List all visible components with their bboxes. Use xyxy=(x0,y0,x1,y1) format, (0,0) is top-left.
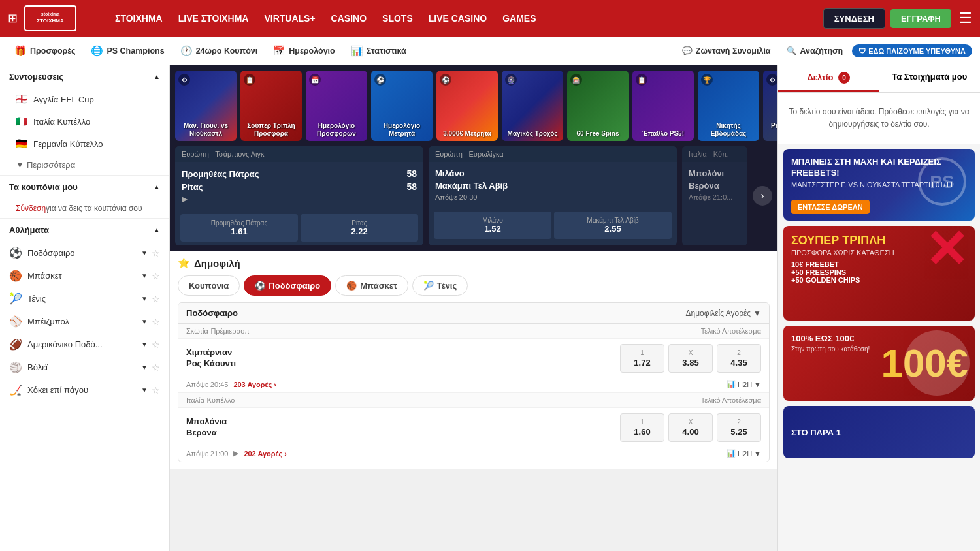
betslip-tab-active[interactable]: Δελτίο 0 xyxy=(778,65,879,92)
tab-couponia[interactable]: Κουπόνια xyxy=(178,276,240,296)
promo-card-prag[interactable]: ⚙ Pragmatic Buy Bonus xyxy=(763,71,777,141)
banner-100-bonus[interactable]: 100€ 100% ΕΩΣ 100€ Στην πρώτη σου κατάθε… xyxy=(783,326,975,401)
tab-basketball[interactable]: 🏀 Μπάσκετ xyxy=(335,276,408,296)
banner-para1[interactable]: ΣΤΟ ΠΑΡΑ 1 xyxy=(783,406,975,458)
promo-card-imer[interactable]: ⚽ Ημερολόγιο Μετρητά xyxy=(371,71,433,141)
promo-card-tripl[interactable]: 📋 Σούπερ Τριπλή Προσφορά xyxy=(240,71,302,141)
logo[interactable]: stoixima ΣΤΟΙΧΗΜΑ xyxy=(24,5,76,31)
banner-super-tripla[interactable]: ✕ ΣΟΥΠΕΡ ΤΡΙΠΛΗ ΠΡΟΣΦΟΡΑ ΧΩΡΙΣ ΚΑΤΑΘΕΣΗ … xyxy=(783,226,975,321)
stream-icon-0: ▶ xyxy=(182,195,417,204)
match-team1-0: Προμηθέας Πάτρας xyxy=(182,169,259,179)
popular-markets-btn[interactable]: Δημοφιλείς Αγορές ▼ xyxy=(685,309,761,318)
sec-offers[interactable]: 🎁 Προσφορές xyxy=(8,37,82,65)
sidebar-sport-volleyball[interactable]: 🏐 Βόλεϊ ▼ ☆ xyxy=(0,356,169,379)
odds-btn-2-0[interactable]: 2 4.35 xyxy=(717,344,761,373)
sidebar-sport-baseball[interactable]: ⚾ Μπέιζμπολ ▼ ☆ xyxy=(0,310,169,333)
flag-england-icon: 🏴󠁧󠁢󠁥󠁮󠁧󠁿 xyxy=(16,93,28,105)
promo-card-free[interactable]: 🎰 60 Free Spins xyxy=(567,71,629,141)
team1-label-0: Χιμπέρνιαν xyxy=(186,347,615,357)
odds-btn-1-1[interactable]: 1 1.60 xyxy=(620,413,664,442)
register-button[interactable]: ΕΓΓΡΑΦΗ xyxy=(890,9,951,28)
match-btn-odds2-1: 2.55 xyxy=(604,224,621,234)
odds-btn-x-1[interactable]: X 4.00 xyxy=(668,413,713,442)
promo-card-ps2[interactable]: 📋 Έπαθλο PS5! xyxy=(632,71,694,141)
star-am-football-icon[interactable]: ☆ xyxy=(152,339,160,350)
star-basketball-icon[interactable]: ☆ xyxy=(152,271,160,281)
sports-header[interactable]: Αθλήματα ▲ xyxy=(0,219,169,242)
basketball-icon: 🏀 xyxy=(9,270,22,282)
match-next-arrow[interactable]: › xyxy=(753,186,772,206)
match-btn-team1-0[interactable]: Προμηθέας Πάτρας 1.61 xyxy=(180,214,298,242)
nav-games[interactable]: GAMES xyxy=(502,13,536,24)
sidebar-item-germany-cup[interactable]: 🇩🇪 Γερμανία Κύπελλο xyxy=(0,133,169,155)
promo-card-3000[interactable]: ⚽ 3.000€ Μετρητά xyxy=(436,71,498,141)
star-volleyball-icon[interactable]: ☆ xyxy=(152,362,160,373)
nav-casino[interactable]: CASINO xyxy=(331,13,367,24)
star-hockey-icon[interactable]: ☆ xyxy=(152,385,160,396)
chevron-up-icon: ▲ xyxy=(154,73,160,80)
match-body-2: Μπολόνι Βερόνα Απόψε 21:0... xyxy=(682,162,747,208)
tab-football[interactable]: ⚽ Ποδόσφαιρο xyxy=(244,276,331,296)
sidebar-sport-football[interactable]: ⚽ Ποδόσφαιρο ▼ ☆ xyxy=(0,242,169,264)
login-button[interactable]: ΣΥΝΔΕΣΗ xyxy=(823,8,885,29)
nav-links: ΣΤΟΙΧΗΜΑ LIVE ΣΤΟΙΧΗΜΑ VIRTUALS+ CASINO … xyxy=(115,13,808,24)
coupons-login-link[interactable]: Σύνδεση xyxy=(16,204,46,213)
globe-icon: 🌐 xyxy=(91,45,103,57)
tab-tennis[interactable]: 🎾 Τένις xyxy=(412,276,468,296)
nav-live-stoixima[interactable]: LIVE ΣΤΟΙΧΗΜΑ xyxy=(178,13,249,24)
banner-tripla-item-0: 10€ FREEBET xyxy=(791,260,894,268)
sec-statistics[interactable]: 📊 Στατιστικά xyxy=(344,37,413,65)
sidebar-item-italy-cup[interactable]: 🇮🇹 Ιταλία Κυπέλλο xyxy=(0,110,169,133)
sidebar-item-efl[interactable]: 🏴󠁧󠁢󠁥󠁮󠁧󠁿 Αγγλία EFL Cup xyxy=(0,88,169,110)
nav-slots[interactable]: SLOTS xyxy=(382,13,413,24)
sidebar-sport-tennis[interactable]: 🎾 Τένις ▼ ☆ xyxy=(0,287,169,310)
match-btn-team2-1[interactable]: Μακάμπι Τελ Αβίβ 2.55 xyxy=(554,212,672,239)
nav-stoixima[interactable]: ΣΤΟΙΧΗΜΑ xyxy=(115,13,163,24)
odds-btn-1-0[interactable]: 1 1.72 xyxy=(620,344,664,373)
star-football-icon[interactable]: ☆ xyxy=(152,248,160,259)
sidebar-sport-basketball[interactable]: 🏀 Μπάσκετ ▼ ☆ xyxy=(0,264,169,287)
betslip-tab-my-bets[interactable]: Τα Στοιχήματά μου xyxy=(879,65,981,92)
sidebar-more-shortcuts[interactable]: ▼ Περισσότερα xyxy=(0,155,169,175)
nav-virtuals[interactable]: VIRTUALS+ xyxy=(264,13,315,24)
popular-tabs: Κουπόνια ⚽ Ποδόσφαιρο 🏀 Μπάσκετ 🎾 Τένις xyxy=(178,276,770,296)
grid-icon[interactable]: ⊞ xyxy=(8,11,18,25)
match-score2-0: 58 xyxy=(406,181,417,192)
h2h-btn-1[interactable]: 📊 H2H ▼ xyxy=(727,449,761,458)
sec-ps-champions[interactable]: 🌐 PS Champions xyxy=(84,37,171,65)
match-time-label-1: Απόψε 21:00 xyxy=(186,450,228,458)
promo-card-ps[interactable]: ⚙ Μαν. Γιουν. vs Νιούκαστλ xyxy=(175,71,237,141)
live-chat[interactable]: 💬 Ζωντανή Συνομιλία xyxy=(676,46,777,55)
top-navigation: ⊞ stoixima ΣΤΟΙΧΗΜΑ ΣΤΟΙΧΗΜΑ LIVE ΣΤΟΙΧΗ… xyxy=(0,0,980,37)
responsible-gaming-badge[interactable]: 🛡 ΕΔΩ ΠΑΙΖΟΥΜΕ ΥΠΕΥΘΥΝΑ xyxy=(852,44,972,57)
match-btn-label2-0: Ρίτας xyxy=(351,219,367,227)
chevron-down-football-icon: ▼ xyxy=(141,249,148,257)
match-btn-team1-1[interactable]: Μιλάνο 1.52 xyxy=(434,212,551,239)
star-tennis-icon[interactable]: ☆ xyxy=(152,294,160,304)
sec-24h-coupon[interactable]: 🕐 24ωρο Κουπόνι xyxy=(174,37,265,65)
sidebar-sport-american-football[interactable]: 🏈 Αμερικάνικο Ποδό... ▼ ☆ xyxy=(0,333,169,356)
banner-ps-cta[interactable]: ΕΝΤΑΣΣΕ ΔΩΡΕΑΝ xyxy=(791,200,870,214)
odds-btn-x-0[interactable]: X 3.85 xyxy=(668,344,713,373)
match-btn-team2-0[interactable]: Ρίτας 2.22 xyxy=(301,214,418,242)
promo-label-3000: 3.000€ Μετρητά xyxy=(436,130,498,138)
sec-calendar[interactable]: 📅 Ημερολόγιο xyxy=(267,37,341,65)
promo-card-offer[interactable]: 📅 Ημερολόγιο Προσφορών xyxy=(306,71,367,141)
more-bets-1[interactable]: 202 Αγορές › xyxy=(244,450,287,458)
promo-card-nik[interactable]: 🏆 Νικητής Εβδομάδας xyxy=(698,71,759,141)
h2h-btn-0[interactable]: 📊 H2H ▼ xyxy=(727,380,761,388)
more-bets-0[interactable]: 203 Αγορές › xyxy=(233,381,276,388)
promo-card-magic[interactable]: 🎡 Μαγικός Τροχός xyxy=(502,71,563,141)
sports-label: Αθλήματα xyxy=(9,225,49,235)
nav-live-casino[interactable]: LIVE CASINO xyxy=(429,13,487,24)
search-nav[interactable]: 🔍 Αναζήτηση xyxy=(780,46,850,55)
sport-table-header: Ποδόσφαιρο Δημοφιλείς Αγορές ▼ xyxy=(178,303,769,324)
odds-btn-2-1[interactable]: 2 5.25 xyxy=(717,413,761,442)
banner-ps-champions[interactable]: ΜΠΑΙΝΕΙΣ ΣΤΗ ΜΑΧΗ ΚΑΙ ΚΕΡΔΙΖΕΙΣ FREEBETS… xyxy=(783,149,975,221)
sidebar-sport-hockey[interactable]: 🏒 Χόκει επί πάγου ▼ ☆ xyxy=(0,379,169,401)
hamburger-icon[interactable]: ☰ xyxy=(959,10,972,27)
star-baseball-icon[interactable]: ☆ xyxy=(152,317,160,327)
coupons-header[interactable]: Τα κουπόνια μου ▲ xyxy=(0,176,169,198)
shortcuts-header[interactable]: Συντομεύσεις ▲ xyxy=(0,65,169,88)
chevron-up-coupons-icon: ▲ xyxy=(154,183,160,191)
